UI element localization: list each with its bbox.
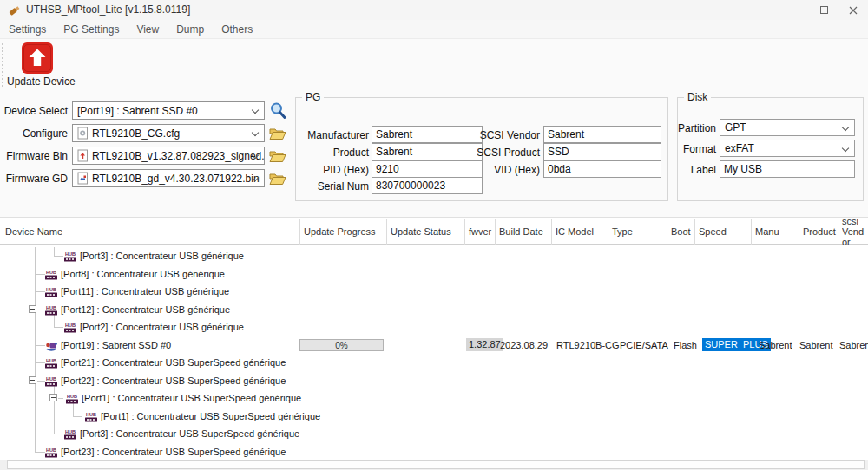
- search-device-button[interactable]: [267, 101, 288, 120]
- tree-row-port8[interactable]: HUB [Port8] : Concentrateur USB génériqu…: [0, 265, 868, 283]
- table-header: Device Name Update Progress Update Statu…: [0, 219, 868, 245]
- svg-text:HUB: HUB: [65, 251, 76, 257]
- col-speed[interactable]: Speed: [699, 219, 748, 245]
- tree-row-port1-child[interactable]: HUB [Port1] : Concentrateur USB SuperSpe…: [0, 408, 868, 425]
- scsi-product-field[interactable]: [543, 143, 661, 160]
- window-title: UTHSB_MPtool_Lite [v1.15.8.0119]: [26, 3, 190, 16]
- scsi-vendor-field[interactable]: [543, 126, 661, 143]
- tree-row-label: [Port3] : Concentrateur USB SuperSpeed g…: [80, 425, 299, 442]
- firmware-bin-combo[interactable]: RTL9210B_v1.32.87.082923_signed.bin: [72, 147, 265, 165]
- collapse-expander[interactable]: [29, 305, 36, 313]
- maximize-button[interactable]: [811, 0, 837, 20]
- tree-row-port19-sabrent[interactable]: [Port19] : Sabrent SSD #0 0% 1.32.87 202…: [0, 336, 868, 354]
- format-combo[interactable]: exFAT: [720, 140, 855, 157]
- manu-cell: Sabrent: [759, 336, 792, 354]
- browse-firmware-gd-button[interactable]: [267, 169, 288, 187]
- svg-text:HUB: HUB: [46, 447, 56, 453]
- menu-item-settings[interactable]: Settings: [0, 23, 55, 36]
- tree-row-port21[interactable]: HUB [Port21] : Concentrateur USB SuperSp…: [0, 354, 868, 371]
- col-manu[interactable]: Manu: [755, 219, 795, 245]
- usb-hub-icon: HUB: [64, 251, 77, 266]
- tree-row-port11[interactable]: HUB [Port11] : Concentrateur USB génériq…: [0, 283, 868, 300]
- pid-label: PID (Hex): [302, 164, 369, 176]
- menubar: Settings PG Settings View Dump Others: [0, 20, 868, 39]
- collapse-expander[interactable]: [29, 376, 36, 384]
- svg-text:HUB: HUB: [46, 376, 56, 382]
- toolbar-gripper: [2, 43, 3, 87]
- serial-num-field[interactable]: [372, 177, 483, 194]
- col-type[interactable]: Type: [612, 219, 664, 245]
- col-product[interactable]: Product: [803, 219, 835, 245]
- tree-row-label: [Port21] : Concentrateur USB SuperSpeed …: [61, 354, 286, 371]
- disk-label-field[interactable]: [720, 160, 855, 178]
- folder-icon: [269, 172, 286, 186]
- menu-item-pg-settings[interactable]: PG Settings: [55, 23, 128, 36]
- col-update-status[interactable]: Update Status: [391, 219, 462, 245]
- device-select-combo[interactable]: [Port19] : Sabrent SSD #0: [72, 101, 265, 120]
- build-date-cell: 2023.08.29: [500, 336, 548, 354]
- tree-row-label: [Port11] : Concentrateur USB générique: [61, 283, 229, 300]
- usb-hub-icon: HUB: [64, 322, 77, 337]
- pg-group-title: PG: [302, 91, 324, 103]
- window-titlebar: UTHSB_MPtool_Lite [v1.15.8.0119]: [0, 0, 868, 20]
- manufacturer-field[interactable]: [372, 126, 483, 143]
- tree-row-label: [Port2] : Concentrateur USB générique: [80, 318, 244, 336]
- partition-combo[interactable]: GPT: [720, 119, 855, 136]
- tree-row-label: [Port23] : Concentrateur USB SuperSpeed …: [61, 443, 286, 460]
- svg-text:HUB: HUB: [65, 323, 76, 328]
- svg-text:HUB: HUB: [65, 429, 76, 434]
- firmware-bin-value: RTL9210B_v1.32.87.082923_signed.bin: [92, 150, 264, 162]
- vid-field[interactable]: [543, 160, 661, 178]
- minimize-button[interactable]: [779, 0, 805, 20]
- col-device-name[interactable]: Device Name: [5, 219, 296, 245]
- tree-row-port3[interactable]: HUB [Port3] : Concentrateur USB génériqu…: [0, 247, 868, 264]
- col-boot[interactable]: Boot: [671, 219, 693, 245]
- collapse-expander[interactable]: [49, 394, 57, 401]
- disk-label-label: Label: [677, 164, 716, 176]
- tree-row-port2[interactable]: HUB [Port2] : Concentrateur USB génériqu…: [0, 318, 868, 336]
- firmware-gd-combo[interactable]: RTL9210B_gd_v4.30.23.071922.bin: [72, 169, 265, 187]
- partition-label: Partition: [677, 122, 716, 134]
- tree-row-label: [Port1] : Concentrateur USB SuperSpeed g…: [82, 389, 301, 407]
- svg-text:HUB: HUB: [46, 270, 56, 275]
- scsi-vendor-label: SCSI Vendor: [469, 129, 540, 141]
- menu-item-dump[interactable]: Dump: [168, 23, 213, 36]
- format-label: Format: [677, 143, 716, 155]
- configure-combo[interactable]: RTL9210B_CG.cfg: [72, 124, 265, 142]
- pid-field[interactable]: [372, 160, 483, 178]
- update-device-label: Update Device: [7, 75, 68, 88]
- product-field[interactable]: [372, 143, 483, 160]
- fwver-cell: 1.32.87: [466, 338, 503, 351]
- maximize-icon: [820, 6, 828, 14]
- device-select-value: [Port19] : Sabrent SSD #0: [77, 105, 264, 117]
- tree-row-port12[interactable]: HUB [Port12] : Concentrateur USB génériq…: [0, 301, 868, 318]
- update-device-button[interactable]: Update Device: [7, 42, 68, 89]
- close-button[interactable]: [840, 0, 866, 20]
- tree-row-label: [Port3] : Concentrateur USB générique: [80, 247, 244, 264]
- tree-row-port22[interactable]: HUB [Port22] : Concentrateur USB SuperSp…: [0, 372, 868, 389]
- browse-firmware-bin-button[interactable]: [267, 147, 288, 165]
- boot-cell: Flash: [674, 336, 697, 354]
- tree-row-port1-hub[interactable]: HUB [Port1] : Concentrateur USB SuperSpe…: [0, 389, 868, 407]
- menu-item-others[interactable]: Others: [213, 23, 261, 36]
- scrollbar-thumb[interactable]: [7, 460, 865, 469]
- tree-row-label: [Port12] : Concentrateur USB générique: [61, 301, 230, 318]
- horizontal-scrollbar[interactable]: [0, 460, 868, 470]
- ic-model-cell: RTL9210B-CG: [556, 336, 620, 354]
- vid-label: VID (Hex): [469, 164, 540, 176]
- device-select-label: Device Select: [0, 105, 68, 117]
- col-update-progress[interactable]: Update Progress: [304, 219, 384, 245]
- tree-row-port23[interactable]: HUB [Port23] : Concentrateur USB SuperSp…: [0, 443, 868, 460]
- usb-hub-icon: HUB: [45, 357, 58, 373]
- scsi-product-label: SCSI Product: [469, 147, 540, 159]
- col-fwver[interactable]: fwver: [469, 219, 493, 245]
- svg-text:HUB: HUB: [67, 394, 77, 399]
- col-ic-model[interactable]: IC Model: [556, 219, 605, 245]
- svg-text:HUB: HUB: [46, 287, 56, 292]
- browse-configure-button[interactable]: [267, 124, 288, 142]
- col-scsi-vendor[interactable]: scsi Vendor: [842, 219, 868, 245]
- tree-row-port3-ss[interactable]: HUB [Port3] : Concentrateur USB SuperSpe…: [0, 425, 868, 442]
- col-build-date[interactable]: Build Date: [499, 219, 549, 245]
- menu-item-view[interactable]: View: [128, 23, 168, 36]
- usb-hub-icon: HUB: [64, 428, 77, 444]
